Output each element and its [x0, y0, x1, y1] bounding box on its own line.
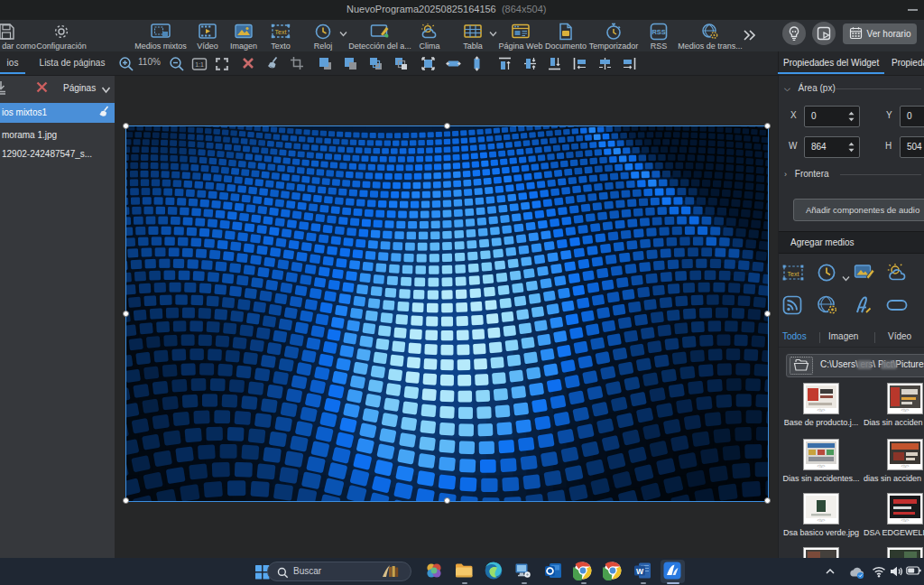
resize-handle[interactable]	[123, 123, 129, 129]
x-input[interactable]: 0	[804, 106, 860, 127]
taskbar-chrome[interactable]	[573, 561, 595, 582]
media-tab-todos[interactable]: Todos	[782, 331, 807, 341]
taskbar-outlook[interactable]	[543, 561, 565, 582]
tab-ios[interactable]: ios	[0, 51, 25, 75]
preview-button[interactable]	[812, 22, 836, 45]
tray-battery-icon[interactable]	[906, 565, 924, 585]
text-widget[interactable]: Text	[781, 262, 805, 283]
taskbar-explorer[interactable]	[454, 561, 476, 582]
resize-handle[interactable]	[444, 497, 450, 504]
media-widget[interactable]	[853, 262, 876, 283]
minimize-button[interactable]	[908, 9, 918, 11]
center-horizontal-button[interactable]	[597, 56, 614, 72]
web-widget[interactable]	[816, 294, 839, 316]
zoom-out-button[interactable]	[169, 56, 185, 72]
clock-widget[interactable]	[816, 262, 839, 283]
taskbar-signage-app[interactable]	[662, 561, 684, 582]
arttext-widget[interactable]	[853, 294, 876, 316]
media-tab-vídeo[interactable]: Vídeo	[888, 331, 911, 341]
svg-text:<tv>: <tv>	[818, 464, 826, 469]
center-vertical-button[interactable]	[522, 56, 539, 72]
pages-dropdown[interactable]: Páginas	[63, 76, 111, 101]
taskbar-pc-app[interactable]	[513, 561, 535, 582]
svg-text:W: W	[636, 567, 644, 576]
clear-page-button[interactable]	[265, 56, 282, 72]
media-thumbnail-caption: dias sin acciden	[864, 474, 924, 483]
toolbar-more-button[interactable]	[742, 29, 756, 45]
tab-propiedades-del-widget[interactable]: Propiedades del Widget	[783, 51, 879, 75]
resize-handle[interactable]	[444, 123, 450, 129]
windows-taskbar: Buscar W	[0, 558, 924, 585]
media-thumbnail[interactable]: <tv>	[888, 384, 922, 413]
section-rule	[840, 174, 921, 175]
fill-width-button[interactable]	[446, 56, 462, 72]
add-audio-button[interactable]: Añadir componentes de audio	[793, 199, 924, 221]
send-backward-button[interactable]	[393, 56, 410, 72]
resize-handle[interactable]	[764, 497, 771, 504]
align-left-button[interactable]	[572, 56, 588, 72]
spinner-arrows-icon[interactable]	[845, 139, 857, 155]
toolbar-item-gear[interactable]: Configuración	[23, 22, 99, 51]
border-section-header[interactable]: › Frontera	[784, 169, 829, 179]
y-label: Y	[886, 110, 892, 120]
fill-height-button[interactable]	[469, 56, 485, 72]
editor-canvas[interactable]	[115, 76, 778, 558]
page-list-item[interactable]: morama 1.jpg	[0, 125, 115, 145]
properties-panel: ⌵ Área (px) X 0 Y 0 W 864 H 504 › Fronte…	[778, 76, 924, 558]
align-right-button[interactable]	[622, 56, 638, 72]
selected-media-widget[interactable]	[126, 126, 768, 501]
fill-screen-button[interactable]	[420, 56, 437, 72]
brush-icon[interactable]	[97, 106, 110, 125]
rss-widget[interactable]	[781, 294, 805, 316]
tips-button[interactable]	[782, 22, 806, 45]
delete-widget-button[interactable]	[241, 56, 257, 72]
toolbar-item-transfer[interactable]: Medios de trans...	[672, 22, 748, 51]
h-input[interactable]: 504	[900, 136, 924, 158]
w-input[interactable]: 864	[804, 136, 860, 158]
media-thumbnail[interactable]: <tv>	[804, 440, 838, 469]
page-list-item[interactable]: 12902-242487547_s...	[0, 144, 115, 164]
delete-page-icon[interactable]	[35, 80, 49, 98]
media-thumbnail[interactable]: <tv>	[804, 384, 838, 413]
zoom-in-button[interactable]	[118, 56, 134, 72]
resize-handle[interactable]	[764, 123, 771, 129]
button-widget[interactable]	[885, 294, 909, 316]
svg-text:<tv>: <tv>	[818, 518, 826, 523]
w-label: W	[789, 141, 797, 151]
media-thumbnail[interactable]: <tv>	[804, 494, 838, 524]
media-path-bar[interactable]: C:\Users\ ers\ Pict\Pictures	[786, 354, 924, 377]
taskbar-chrome-2[interactable]	[603, 561, 624, 582]
tray-cloud-icon[interactable]	[848, 565, 870, 585]
page-list-item[interactable]: ios mixtos1	[0, 103, 115, 123]
taskbar-search[interactable]: Buscar	[267, 562, 411, 581]
fit-window-button[interactable]	[214, 56, 230, 72]
y-input[interactable]: 0	[900, 106, 924, 127]
send-to-back-button[interactable]	[343, 56, 359, 72]
weather-widget[interactable]	[885, 262, 909, 283]
tab-propiedad[interactable]: Propiedad	[892, 51, 924, 75]
resize-handle[interactable]	[764, 311, 771, 317]
resize-handle[interactable]	[123, 311, 129, 317]
import-icon[interactable]	[0, 79, 7, 99]
area-section-header[interactable]: ⌵ Área (px)	[784, 83, 836, 94]
open-folder-icon[interactable]	[790, 357, 813, 375]
crop-button[interactable]	[290, 56, 306, 72]
taskbar-word[interactable]: W	[633, 561, 654, 582]
transfer-icon	[672, 23, 748, 41]
view-schedule-button[interactable]: Ver horario	[843, 23, 917, 44]
svg-text:RSS: RSS	[651, 28, 665, 36]
align-bottom-button[interactable]	[547, 56, 563, 72]
spinner-arrows-icon[interactable]	[845, 108, 857, 125]
tray-chevron-up-icon[interactable]	[824, 565, 845, 585]
bring-to-front-button[interactable]	[318, 56, 334, 72]
one-to-one-button[interactable]: 1:1	[191, 56, 208, 72]
taskbar-edge[interactable]	[484, 561, 505, 582]
media-thumbnail[interactable]: <tv>	[888, 440, 922, 469]
tab-lista-de-p-ginas[interactable]: Lista de páginas	[36, 51, 108, 75]
media-thumbnail[interactable]: <tv>	[888, 494, 922, 524]
media-tab-imagen[interactable]: Imagen	[828, 331, 858, 341]
resize-handle[interactable]	[123, 497, 129, 504]
align-top-button[interactable]	[497, 56, 513, 72]
taskbar-photos[interactable]	[424, 561, 446, 582]
bring-forward-button[interactable]	[368, 56, 384, 72]
